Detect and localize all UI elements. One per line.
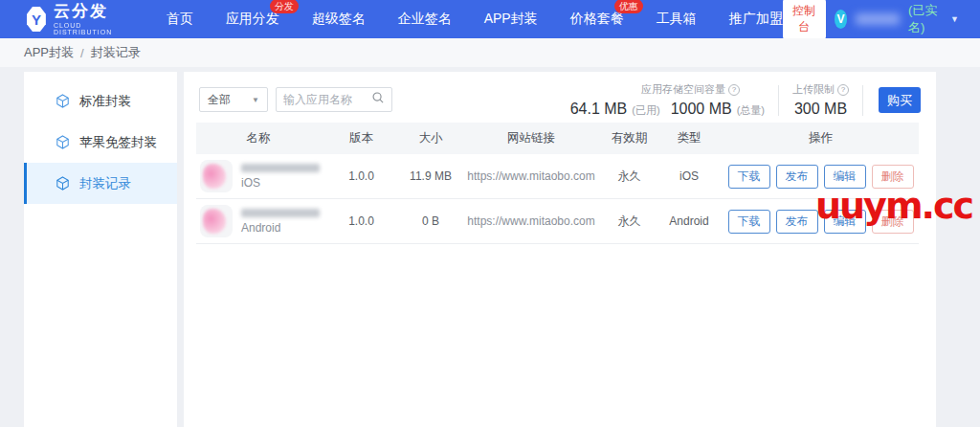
chevron-down-icon: ▼	[252, 96, 259, 104]
avatar[interactable]: V	[835, 10, 848, 29]
table-header-size: 大小	[402, 123, 459, 154]
logo-title: 云分发	[54, 3, 122, 19]
breadcrumb: APP封装 / 封装记录	[24, 44, 141, 61]
logo[interactable]: Y 云分发 CLOUD DISTRIBUTION	[27, 3, 122, 35]
verified-badge: (已实名)	[908, 2, 940, 36]
storage-capacity-values: 64.1 MB (已用) 1000 MB (总量)	[570, 101, 765, 118]
sidebar-item-packaging-records[interactable]: 封装记录	[24, 163, 177, 204]
nav-item-label: 价格套餐	[570, 11, 624, 26]
app-name-cell: iOS	[196, 154, 321, 198]
user-menu-caret-icon[interactable]: ▼	[950, 14, 959, 24]
upload-limit-group: 上传限制 ? 300 MB	[792, 82, 849, 118]
url-cell: https://www.mitaobo.com	[459, 199, 603, 243]
sidebar-item-standard-packaging[interactable]: 标准封装	[24, 80, 177, 122]
download-button[interactable]: 下载	[728, 210, 770, 234]
distribution-badge: 分发	[270, 0, 299, 13]
app-icon-art	[203, 164, 226, 189]
sidebar-item-apple-nosign-packaging[interactable]: 苹果免签封装	[24, 122, 177, 163]
table-header-type: 类型	[656, 123, 723, 154]
size-cell: 11.9 MB	[402, 154, 459, 198]
storage-capacity-label: 应用存储空间容量 ?	[570, 82, 765, 97]
edit-button[interactable]: 编辑	[824, 165, 866, 189]
storage-total-value: 1000 MB	[671, 101, 732, 118]
download-button[interactable]: 下载	[728, 165, 770, 189]
main-nav: 首页 应用分发 分发 超级签名 企业签名 APP封装 价格套餐 优惠 工具箱 推…	[167, 11, 783, 28]
app-name-stack: Android	[241, 209, 320, 235]
buy-button[interactable]: 购买	[879, 87, 921, 113]
logo-subtitle: CLOUD DISTRIBUTION	[54, 22, 122, 35]
logo-icon: Y	[27, 7, 46, 32]
cube-icon	[56, 176, 70, 191]
nav-item-app-packaging[interactable]: APP封装	[484, 11, 538, 28]
navbar-right: 控制台 V (已实名) ▼	[783, 0, 959, 39]
search-icon[interactable]	[371, 91, 385, 108]
storage-capacity-group: 应用存储空间容量 ? 64.1 MB (已用) 1000 MB (总量)	[570, 82, 765, 118]
table-header-actions: 操作	[723, 123, 919, 154]
search-box	[276, 87, 392, 112]
nav-item-toolbox[interactable]: 工具箱	[657, 11, 697, 28]
storage-capacity-label-text: 应用存储空间容量	[641, 82, 725, 97]
publish-button[interactable]: 发布	[776, 165, 818, 189]
cube-icon	[56, 135, 70, 149]
app-platform-subtitle: Android	[241, 221, 320, 235]
logo-text: 云分发 CLOUD DISTRIBUTION	[54, 3, 122, 35]
actions-cell: 下载 发布 编辑 删除	[723, 154, 919, 198]
app-name-cell: Android	[196, 199, 321, 243]
table-row: iOS 1.0.0 11.9 MB https://www.mitaobo.co…	[196, 154, 919, 199]
packaging-table: 名称 版本 大小 网站链接 有效期 类型 操作 iOS 1.0.0 11.9 M…	[196, 123, 919, 244]
username-redacted	[856, 13, 900, 25]
edit-button[interactable]: 编辑	[824, 210, 866, 234]
table-header-version: 版本	[321, 123, 402, 154]
storage-total-suffix: (总量)	[737, 103, 765, 118]
app-name-redacted	[241, 209, 320, 217]
url-cell: https://www.mitaobo.com	[459, 154, 603, 198]
nav-item-label: 应用分发	[226, 11, 279, 26]
table-header-validity: 有效期	[603, 123, 656, 154]
size-cell: 0 B	[402, 199, 459, 243]
divider	[862, 85, 863, 116]
nav-item-enterprise-signature[interactable]: 企业签名	[398, 11, 452, 28]
actions-cell: 下载 发布 编辑 删除	[723, 199, 919, 243]
nav-item-app-distribution[interactable]: 应用分发 分发	[226, 11, 279, 28]
storage-used-suffix: (已用)	[632, 103, 659, 118]
nav-item-home[interactable]: 首页	[167, 11, 193, 28]
category-select-value: 全部	[208, 92, 231, 108]
validity-cell: 永久	[603, 199, 656, 243]
breadcrumb-section[interactable]: APP封装	[24, 44, 74, 61]
app-icon	[200, 160, 233, 192]
type-cell: Android	[656, 199, 723, 243]
breadcrumb-separator: /	[80, 46, 84, 60]
sidebar-item-label: 苹果免签封装	[79, 134, 157, 151]
search-input[interactable]	[283, 93, 371, 106]
nav-item-affiliate[interactable]: 推广加盟	[729, 11, 783, 28]
help-icon[interactable]: ?	[837, 84, 849, 96]
delete-button[interactable]: 删除	[872, 165, 914, 189]
storage-summary: 应用存储空间容量 ? 64.1 MB (已用) 1000 MB (总量) 上传限…	[570, 82, 877, 118]
top-navbar: Y 云分发 CLOUD DISTRIBUTION 首页 应用分发 分发 超级签名…	[0, 0, 980, 38]
breadcrumb-page: 封装记录	[91, 44, 141, 61]
upload-limit-values: 300 MB	[792, 101, 849, 118]
app-platform-subtitle: iOS	[241, 176, 320, 190]
table-header-name: 名称	[196, 123, 321, 154]
validity-cell: 永久	[603, 154, 656, 198]
upload-limit-label-text: 上传限制	[792, 82, 835, 97]
nav-item-super-signature[interactable]: 超级签名	[312, 11, 366, 28]
app-name-redacted	[241, 164, 320, 172]
help-icon[interactable]: ?	[728, 84, 740, 96]
nav-item-pricing[interactable]: 价格套餐 优惠	[570, 11, 624, 28]
app-icon-art	[203, 209, 226, 234]
upload-limit-label: 上传限制 ?	[792, 82, 849, 97]
version-cell: 1.0.0	[321, 154, 402, 198]
category-select[interactable]: 全部 ▼	[199, 87, 268, 112]
delete-button[interactable]: 删除	[872, 210, 914, 234]
filter-row: 全部 ▼	[199, 87, 392, 112]
upload-limit-value: 300 MB	[794, 101, 847, 118]
breadcrumb-bar: APP封装 / 封装记录	[0, 38, 980, 67]
table-header-row: 名称 版本 大小 网站链接 有效期 类型 操作	[196, 123, 919, 154]
main-content: 全部 ▼ 应用存储空间容量 ? 64.1 MB (已用) 1000 MB	[184, 72, 936, 427]
app-name-stack: iOS	[241, 164, 320, 190]
type-cell: iOS	[656, 154, 723, 198]
table-row: Android 1.0.0 0 B https://www.mitaobo.co…	[196, 199, 919, 244]
console-button[interactable]: 控制台	[783, 0, 826, 39]
publish-button[interactable]: 发布	[776, 210, 818, 234]
